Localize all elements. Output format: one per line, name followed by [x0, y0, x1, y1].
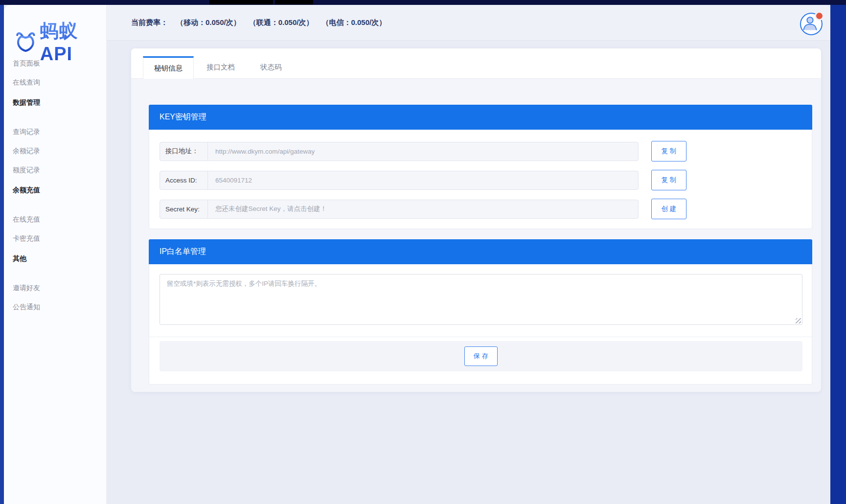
tab-status-codes[interactable]: 状态码: [248, 56, 295, 78]
tab-bar: 秘钥信息 接口文档 状态码: [131, 48, 821, 79]
secret-key-row: Secret Key: 您还未创建Secret Key，请点击创建！ 创 建: [160, 199, 812, 219]
rate-label: 当前费率：: [131, 18, 168, 27]
access-id-value: 6540091712: [208, 171, 638, 189]
sidebar-item-balance-records[interactable]: 余额记录: [4, 141, 106, 160]
sidebar: 蚂蚁API 首页面板 在线查询 数据管理 查询记录 余额记录 额度记录 余额充值…: [4, 5, 107, 504]
content-card: 秘钥信息 接口文档 状态码 KEY密钥管理 接口地址： http://www.d…: [131, 48, 821, 392]
ip-whitelist-textarea-wrap: [160, 274, 802, 325]
save-button[interactable]: 保 存: [464, 346, 498, 366]
sidebar-item-query-records[interactable]: 查询记录: [4, 122, 106, 141]
sidebar-item-quota-records[interactable]: 额度记录: [4, 160, 106, 180]
sidebar-item-online-recharge[interactable]: 在线充值: [4, 210, 106, 229]
api-url-label: 接口地址：: [160, 142, 208, 160]
current-rates: 当前费率： （移动：0.050/次） （联通：0.050/次） （电信：0.05…: [131, 18, 386, 27]
copy-api-url-button[interactable]: 复 制: [651, 141, 686, 161]
api-url-value: http://www.dkym.com/api/gateway: [208, 142, 638, 160]
section-divider: [149, 337, 812, 337]
topbar-segment: [275, 0, 313, 4]
sidebar-menu: 首页面板 在线查询 数据管理 查询记录 余额记录 额度记录 余额充值 在线充值 …: [4, 54, 106, 317]
secret-key-label: Secret Key:: [160, 200, 208, 218]
notification-badge: [815, 11, 824, 21]
access-id-row: Access ID: 6540091712 复 制: [160, 170, 812, 190]
sidebar-item-announcements[interactable]: 公告通知: [4, 298, 106, 317]
sidebar-item-dashboard[interactable]: 首页面板: [4, 54, 106, 73]
access-id-label: Access ID:: [160, 171, 208, 189]
tab-panel-key-info: KEY密钥管理 接口地址： http://www.dkym.com/api/ga…: [131, 79, 821, 385]
key-management-section: KEY密钥管理 接口地址： http://www.dkym.com/api/ga…: [149, 105, 812, 229]
rate-unicom: （联通：0.050/次）: [249, 18, 314, 27]
main-content: 秘钥信息 接口文档 状态码 KEY密钥管理 接口地址： http://www.d…: [107, 41, 830, 504]
top-window-band: [0, 0, 846, 5]
sidebar-item-card-recharge[interactable]: 卡密充值: [4, 229, 106, 248]
app-window: 蚂蚁API 首页面板 在线查询 数据管理 查询记录 余额记录 额度记录 余额充值…: [4, 5, 830, 504]
ip-section-title: IP白名单管理: [149, 239, 812, 264]
sidebar-item-invite-friends[interactable]: 邀请好友: [4, 278, 106, 298]
right-scrollbar-strip[interactable]: [830, 0, 846, 504]
sidebar-section-balance-recharge: 余额充值: [4, 181, 106, 200]
ip-whitelist-textarea[interactable]: [160, 274, 802, 325]
left-accent-strip: [0, 0, 4, 504]
create-secret-key-button[interactable]: 创 建: [651, 199, 686, 219]
tab-api-docs[interactable]: 接口文档: [194, 56, 248, 78]
tab-key-info[interactable]: 秘钥信息: [143, 56, 194, 79]
sidebar-section-other: 其他: [4, 249, 106, 268]
rate-telecom: （电信：0.050/次）: [321, 18, 386, 27]
key-section-title: KEY密钥管理: [149, 105, 812, 130]
top-header: 当前费率： （移动：0.050/次） （联通：0.050/次） （电信：0.05…: [107, 5, 830, 41]
ant-logo-icon: [14, 29, 38, 54]
ip-whitelist-section: IP白名单管理 保 存: [149, 239, 812, 385]
api-url-row: 接口地址： http://www.dkym.com/api/gateway 复 …: [160, 141, 812, 161]
rate-mobile: （移动：0.050/次）: [176, 18, 241, 27]
topbar-segment: [209, 0, 273, 4]
copy-access-id-button[interactable]: 复 制: [651, 170, 686, 190]
sidebar-section-data-management: 数据管理: [4, 93, 106, 112]
user-avatar-area: [800, 13, 823, 36]
secret-key-value: 您还未创建Secret Key，请点击创建！: [208, 200, 638, 218]
sidebar-item-online-query[interactable]: 在线查询: [4, 73, 106, 92]
save-strip: 保 存: [160, 341, 802, 371]
